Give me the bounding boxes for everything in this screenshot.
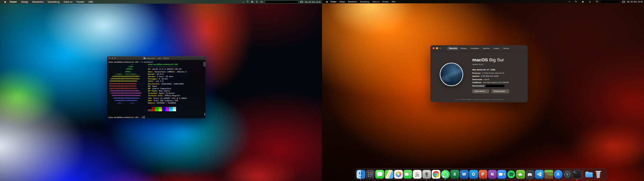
dock-powerpoint-icon[interactable]: P bbox=[478, 168, 487, 180]
downloads-app-icon bbox=[585, 170, 593, 179]
menu-bearbeiten[interactable]: Bearbeiten bbox=[32, 1, 44, 3]
menu-gehe-zu[interactable]: Gehe zu bbox=[372, 1, 379, 3]
dock-trash-icon[interactable] bbox=[594, 168, 603, 180]
menu-gehe-zu[interactable]: Gehe zu bbox=[63, 1, 72, 3]
spec-prozessor: Prozessor2,3 GHz 6-Core Intel Core i5 bbox=[472, 72, 509, 74]
terminal-scrollbar-thumb[interactable] bbox=[204, 62, 206, 66]
terminal-window[interactable]: dima-mac — -zsh — 80×24 dima-mac@iMacvon… bbox=[107, 56, 206, 118]
dock-facetime-icon[interactable] bbox=[403, 168, 412, 180]
close-button[interactable] bbox=[109, 57, 110, 59]
apple-menu-icon[interactable] bbox=[4, 1, 6, 3]
menu-hilfe[interactable]: Hilfe bbox=[89, 1, 93, 3]
dock-word-icon[interactable]: W bbox=[460, 168, 469, 180]
wifi-icon[interactable] bbox=[596, 1, 598, 3]
dock-messages-icon[interactable] bbox=[375, 168, 384, 180]
dock-vscode-icon[interactable] bbox=[535, 168, 544, 180]
terminal-title-bar[interactable]: dima-mac — -zsh — 80×24 bbox=[107, 56, 206, 60]
zoom-app-icon bbox=[497, 170, 506, 179]
menu-finder[interactable]: Finder bbox=[331, 1, 336, 3]
sync-icon[interactable]: ↻ bbox=[247, 1, 248, 3]
opencore-app-icon bbox=[563, 170, 572, 179]
dimmed-circle-icon[interactable]: ● bbox=[569, 1, 570, 3]
dock-onenote-icon[interactable]: N bbox=[488, 168, 497, 180]
maps-app-icon bbox=[385, 170, 393, 179]
right-status-icons: ●↻◉ bbox=[569, 1, 598, 3]
right-menu-bar-status-area: ●↻◉ Mo. 20. Dez. 21:31 bbox=[569, 1, 644, 3]
dock-calendar-icon[interactable]: DEZ20 bbox=[413, 168, 422, 180]
dock-excel-icon[interactable]: X bbox=[450, 168, 459, 180]
tab-support[interactable]: Support bbox=[491, 47, 501, 50]
hackintool-app-icon bbox=[422, 170, 431, 179]
sync-icon[interactable]: ↻ bbox=[575, 1, 577, 3]
menu-bearbeiten[interactable]: Bearbeiten bbox=[348, 1, 357, 3]
display-mirroring-icon[interactable] bbox=[622, 1, 625, 3]
running-indicator-dot bbox=[445, 179, 446, 180]
tab-festplatten[interactable]: Festplatten bbox=[469, 47, 481, 50]
menu-bar-clock[interactable]: Mo. 20. Dez. 21:31 bbox=[627, 1, 643, 3]
left-status-icons: ●↻◉ bbox=[243, 1, 263, 3]
wifi-icon[interactable] bbox=[260, 1, 263, 3]
menu-hilfe[interactable]: Hilfe bbox=[392, 1, 395, 3]
word-app-icon: W bbox=[460, 170, 469, 179]
dock-downloads-icon[interactable] bbox=[584, 168, 593, 180]
terminal-cursor bbox=[143, 116, 145, 118]
tab-speicher[interactable]: Speicher bbox=[481, 47, 491, 50]
close-button[interactable] bbox=[433, 47, 435, 49]
screen-record-icon[interactable]: ◉ bbox=[251, 1, 253, 3]
menu-ablage[interactable]: Ablage bbox=[339, 1, 345, 3]
screen-record-icon[interactable]: ◉ bbox=[582, 1, 584, 3]
tab-service[interactable]: Service bbox=[501, 47, 511, 50]
terminal-content[interactable]: dima-mac@iMacvonDominik-109 ~ % neofetch… bbox=[107, 60, 206, 118]
launchpad-app-icon bbox=[366, 170, 375, 179]
minimize-button[interactable] bbox=[112, 57, 113, 59]
mac-model: iMac (Retina 5K, 27", 2020) bbox=[472, 69, 509, 71]
dock-maps-icon[interactable] bbox=[384, 168, 393, 180]
dock-opencore-icon[interactable] bbox=[563, 168, 572, 180]
bluetooth-icon[interactable] bbox=[589, 1, 591, 3]
dock-separator bbox=[583, 170, 583, 179]
about-tab-bar: ÜbersichtDisplaysFestplattenSpeicherSupp… bbox=[430, 47, 528, 50]
menu-fenster[interactable]: Fenster bbox=[76, 1, 85, 3]
trash-app-icon bbox=[594, 170, 603, 179]
menu-bar-clock[interactable]: Mo. 20. Dez. 21:31 bbox=[305, 1, 321, 3]
left-menu-items: FinderAblageBearbeitenDarstellungGehe zu… bbox=[10, 1, 93, 3]
dock-outlook-icon[interactable]: O bbox=[469, 168, 478, 180]
bluetooth-icon[interactable] bbox=[256, 1, 258, 3]
minecraft-app-icon bbox=[544, 170, 553, 179]
right-menu-items: FinderAblageBearbeitenDarstellungGehe zu… bbox=[331, 1, 395, 3]
menu-fenster[interactable]: Fenster bbox=[382, 1, 389, 3]
dock-spotify-icon[interactable] bbox=[506, 168, 516, 180]
dock-finder-icon[interactable] bbox=[356, 168, 365, 180]
dock-terminal-icon[interactable]: >_ bbox=[572, 168, 581, 180]
about-body: macOS Big Sur Version 11.6.2 iMac (Retin… bbox=[430, 51, 528, 102]
display-mirroring-icon[interactable] bbox=[300, 1, 303, 3]
menu-finder[interactable]: Finder bbox=[10, 1, 17, 3]
dock-launchpad-icon[interactable] bbox=[366, 168, 375, 180]
dock-hackintool-icon[interactable] bbox=[422, 168, 431, 180]
dock-discord-icon[interactable] bbox=[525, 168, 534, 180]
spec-grafikkarte: GrafikkarteIntel UHD Graphics 630 2048 M… bbox=[472, 81, 509, 83]
menu-ablage[interactable]: Ablage bbox=[21, 1, 28, 3]
spotify-app-icon bbox=[507, 170, 516, 179]
menu-darstellung[interactable]: Darstellung bbox=[48, 1, 59, 3]
software-update-button[interactable]: Softwareupdate ... bbox=[491, 89, 509, 93]
menu-darstellung[interactable]: Darstellung bbox=[360, 1, 370, 3]
about-this-mac-window[interactable]: ÜbersichtDisplaysFestplattenSpeicherSupp… bbox=[430, 45, 528, 102]
about-title-bar[interactable]: ÜbersichtDisplaysFestplattenSpeicherSupp… bbox=[430, 45, 528, 52]
dock-whatsapp-icon[interactable] bbox=[441, 168, 450, 180]
tab-displays[interactable]: Displays bbox=[459, 47, 469, 50]
dimmed-circle-icon[interactable]: ● bbox=[243, 1, 244, 3]
dock-zoom-icon[interactable] bbox=[497, 168, 506, 180]
vscode-app-icon bbox=[535, 170, 544, 179]
finder-app-icon bbox=[357, 170, 365, 179]
tab-übersicht[interactable]: Übersicht bbox=[447, 47, 459, 50]
apple-menu-icon[interactable] bbox=[326, 1, 328, 3]
dock-minecraft-icon[interactable] bbox=[544, 168, 553, 180]
dock-cloud-display-icon[interactable] bbox=[516, 168, 525, 180]
minimize-button[interactable] bbox=[436, 47, 438, 49]
dock-appstore-icon[interactable]: A bbox=[553, 168, 562, 180]
dock-photos-icon[interactable] bbox=[394, 168, 403, 180]
system-report-button[interactable]: Systembericht ... bbox=[472, 89, 489, 93]
dock-chrome-icon[interactable] bbox=[431, 168, 440, 180]
zoom-button[interactable] bbox=[114, 57, 116, 59]
